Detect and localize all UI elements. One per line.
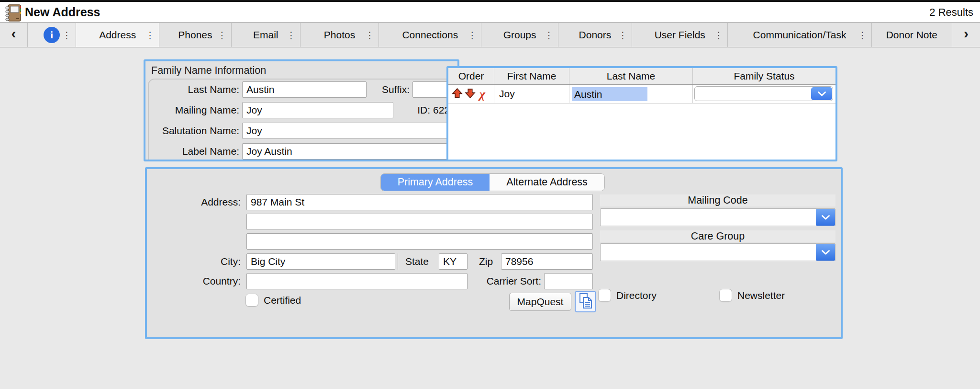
- country-field[interactable]: [246, 273, 468, 289]
- table-header-row: Order First Name Last Name Family Status: [448, 68, 835, 85]
- last-name-label: Last Name:: [145, 81, 239, 98]
- dropdown-chevron-icon[interactable]: [816, 244, 835, 261]
- results-count: 2 Results: [929, 6, 973, 19]
- address-label: Address:: [147, 194, 241, 210]
- tab-menu-dots-icon[interactable]: ⋮: [62, 30, 71, 41]
- mailing-name-label: Mailing Name:: [145, 102, 239, 118]
- move-up-icon[interactable]: [452, 88, 463, 101]
- table-row[interactable]: χ Joy Austin: [448, 85, 835, 103]
- tab-address[interactable]: Address ⋮: [76, 23, 159, 47]
- order-cell: χ: [448, 85, 494, 103]
- title-bar: New Address 2 Results: [0, 0, 980, 23]
- mapquest-button[interactable]: MapQuest: [509, 293, 571, 311]
- zip-field[interactable]: [501, 253, 593, 270]
- tab-bar: ‹ i ⋮ Address ⋮ Phones ⋮ Email ⋮ Photos …: [0, 23, 980, 47]
- selected-text: Austin: [572, 87, 647, 101]
- city-field[interactable]: [246, 253, 395, 270]
- tab-phones[interactable]: Phones ⋮: [159, 23, 231, 47]
- dropdown-chevron-icon[interactable]: [811, 87, 832, 100]
- column-header-last-name: Last Name: [569, 68, 692, 84]
- suffix-label: Suffix:: [356, 81, 410, 98]
- directory-label: Directory: [616, 289, 657, 302]
- info-icon: i: [44, 27, 60, 43]
- newsletter-checkbox[interactable]: [719, 289, 732, 302]
- tab-menu-dots-icon[interactable]: ⋮: [618, 30, 627, 41]
- chevron-right-icon: ›: [964, 26, 969, 44]
- carrier-sort-field[interactable]: [544, 273, 593, 289]
- column-header-order: Order: [448, 68, 494, 84]
- address-book-icon: [5, 4, 22, 24]
- tab-groups[interactable]: Groups ⋮: [481, 23, 557, 47]
- mailing-code-select[interactable]: [600, 208, 835, 226]
- suffix-field[interactable]: [412, 81, 451, 98]
- state-field[interactable]: [439, 253, 468, 270]
- copy-address-button[interactable]: [575, 291, 596, 312]
- page-title: New Address: [25, 5, 100, 19]
- address-line1-field[interactable]: [246, 194, 593, 210]
- scroll-tabs-left-button[interactable]: ‹: [0, 23, 27, 47]
- tab-donors[interactable]: Donors ⋮: [558, 23, 632, 47]
- tab-menu-dots-icon[interactable]: ⋮: [545, 30, 554, 41]
- tab-communication-task[interactable]: Communication/Task ⋮: [727, 23, 871, 47]
- tab-email[interactable]: Email ⋮: [231, 23, 300, 47]
- salutation-name-field[interactable]: [242, 123, 451, 139]
- address-panel: Primary Address Alternate Address Addres…: [145, 167, 843, 339]
- tab-info[interactable]: i ⋮: [27, 23, 76, 47]
- copy-icon: [579, 293, 593, 311]
- city-label: City:: [147, 253, 241, 270]
- mailing-code-label: Mailing Code: [600, 194, 835, 206]
- column-header-first-name: First Name: [494, 68, 569, 84]
- first-name-cell[interactable]: Joy: [494, 85, 569, 103]
- chevron-left-icon: ‹: [11, 26, 16, 44]
- salutation-name-label: Salutation Name:: [145, 123, 239, 139]
- scroll-tabs-right-button[interactable]: ›: [952, 23, 980, 47]
- tab-primary-address[interactable]: Primary Address: [381, 174, 490, 191]
- care-group-select[interactable]: [600, 243, 835, 261]
- tab-menu-dots-icon[interactable]: ⋮: [145, 30, 155, 41]
- care-group-label: Care Group: [600, 230, 835, 242]
- column-header-family-status: Family Status: [692, 68, 835, 84]
- zip-label: Zip: [479, 253, 493, 270]
- label-name-field[interactable]: [242, 143, 451, 160]
- move-down-icon[interactable]: [465, 88, 476, 101]
- family-status-cell: [692, 85, 835, 103]
- record-id-label: ID: 622: [356, 102, 450, 118]
- family-name-information-panel: Family Name Information Last Name: Suffi…: [144, 59, 459, 161]
- tab-menu-dots-icon[interactable]: ⋮: [858, 30, 867, 41]
- divider: [398, 253, 398, 270]
- certified-checkbox[interactable]: [245, 294, 258, 307]
- tab-menu-dots-icon[interactable]: ⋮: [468, 30, 477, 41]
- tab-menu-dots-icon[interactable]: ⋮: [287, 30, 296, 41]
- family-info-title: Family Name Information: [151, 65, 266, 77]
- last-name-cell[interactable]: Austin: [569, 85, 692, 103]
- tab-photos[interactable]: Photos ⋮: [300, 23, 379, 47]
- address-line2-field[interactable]: [246, 214, 593, 230]
- address-line3-field[interactable]: [246, 233, 593, 250]
- family-members-table: Order First Name Last Name Family Status…: [446, 66, 837, 161]
- last-name-field[interactable]: [242, 81, 367, 98]
- country-label: Country:: [147, 273, 241, 289]
- directory-checkbox[interactable]: [598, 289, 611, 302]
- carrier-sort-label: Carrier Sort:: [444, 273, 541, 289]
- address-tab-group: Primary Address Alternate Address: [380, 173, 605, 191]
- tab-menu-dots-icon[interactable]: ⋮: [714, 30, 723, 41]
- tab-menu-dots-icon[interactable]: ⋮: [365, 30, 374, 41]
- app-window: New Address 2 Results ‹ i ⋮ Address ⋮ Ph…: [0, 0, 980, 389]
- certified-label: Certified: [264, 294, 301, 307]
- tab-alternate-address[interactable]: Alternate Address: [490, 174, 604, 191]
- label-name-label: Label Name:: [145, 143, 239, 160]
- state-label: State: [405, 253, 429, 270]
- tab-user-fields[interactable]: User Fields ⋮: [632, 23, 727, 47]
- newsletter-label: Newsletter: [737, 289, 785, 302]
- tab-donor-note[interactable]: Donor Note: [871, 23, 952, 47]
- cut-icon[interactable]: χ: [479, 88, 485, 101]
- family-status-select[interactable]: [694, 86, 833, 101]
- tab-menu-dots-icon[interactable]: ⋮: [218, 30, 227, 41]
- dropdown-chevron-icon[interactable]: [816, 209, 835, 226]
- tab-connections[interactable]: Connections ⋮: [379, 23, 481, 47]
